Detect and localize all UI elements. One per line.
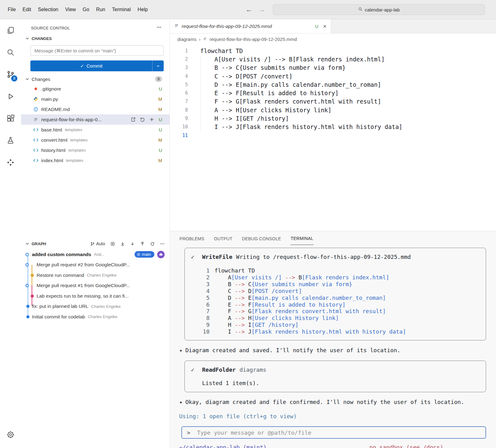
push-icon[interactable]: [140, 242, 145, 246]
more-actions-icon[interactable]: [157, 25, 162, 31]
text-file-icon: [33, 117, 39, 122]
changes-section-header[interactable]: CHANGES: [21, 33, 170, 42]
code-line[interactable]: 5 D --> E[main.py calls calendar.number_…: [170, 80, 496, 89]
code-line[interactable]: 8 A --> H[User clicks History link]: [170, 106, 496, 114]
file-row-request-flow[interactable]: request-flow-for-this-app-0... U: [21, 114, 170, 125]
commit-dropdown-button[interactable]: [153, 64, 164, 68]
code-file-icon: [33, 158, 39, 162]
menu-terminal[interactable]: Terminal: [108, 5, 134, 14]
code-line[interactable]: 6 E --> F[Result is added to history]: [170, 89, 496, 97]
changes-tree-header[interactable]: Changes 8: [21, 71, 170, 84]
tool-argument: diagrams: [239, 366, 266, 374]
commit-row[interactable]: Initial commit for codelab Charles Engel…: [21, 312, 170, 322]
discard-changes-icon[interactable]: [140, 117, 145, 122]
code-line[interactable]: 4 C --> D[POST /convert]: [170, 72, 496, 80]
commit-message: Lab expects run to be missing, so it can…: [37, 293, 129, 299]
menu-help[interactable]: Help: [134, 5, 151, 14]
menu-view[interactable]: View: [62, 5, 79, 14]
file-row-gitignore[interactable]: .gitignore U: [21, 84, 170, 94]
more-actions-icon[interactable]: [160, 242, 165, 246]
tab-debug-console[interactable]: DEBUG CONSOLE: [242, 233, 281, 245]
gemini-diamonds-icon[interactable]: [0, 151, 21, 173]
file-row-readme[interactable]: README.md M: [21, 104, 170, 114]
terminal-code-line: 6 E --> F[Result is added to history]: [202, 301, 480, 308]
tab-terminal[interactable]: TERMINAL: [290, 232, 314, 245]
code-line[interactable]: 1 flowchart TD: [170, 47, 496, 55]
line-text: B --> C{User submits number via form}: [215, 281, 352, 288]
editor-code[interactable]: 1 flowchart TD 2 A[User visits /] --> B[…: [170, 45, 496, 140]
commit-message: Merge pull request #2 from GoogleCloudP.…: [37, 262, 130, 268]
auto-branch-picker[interactable]: Auto: [90, 241, 105, 246]
breadcrumb[interactable]: diagrams › request-flow-for-this-app-09-…: [170, 33, 496, 45]
line-text: E --> F[Result is added to history]: [200, 90, 339, 96]
open-file-icon[interactable]: [131, 117, 136, 122]
fetch-icon[interactable]: [120, 242, 125, 246]
terminal-message-input[interactable]: [197, 429, 480, 436]
code-line[interactable]: 9 H --> I[GET /history]: [170, 114, 496, 122]
cloud-remote-icon[interactable]: [157, 251, 165, 258]
stage-changes-icon[interactable]: [149, 117, 154, 122]
commit-row[interactable]: Lab expects run to be missing, so it can…: [21, 291, 170, 301]
line-text: D --> E[main.py calls calendar.number_to…: [215, 295, 386, 301]
editor-tab[interactable]: request-flow-for-this-app-09-12-2025.mmd…: [170, 19, 331, 33]
line-text: A --> H[User clicks History link]: [200, 107, 331, 113]
menu-run[interactable]: Run: [93, 5, 108, 14]
agent-message-text: Diagram created and saved. I'll notify t…: [185, 346, 401, 354]
line-number: 7: [170, 99, 188, 104]
back-arrow-icon[interactable]: ←: [246, 6, 252, 13]
line-text: C --> D[POST /convert]: [215, 288, 302, 295]
titlebar: File Edit Selection View Go Run Terminal…: [0, 0, 496, 19]
settings-gear-icon[interactable]: [0, 424, 21, 446]
branch-badge-main[interactable]: main: [135, 251, 154, 258]
menu-edit[interactable]: Edit: [19, 5, 35, 14]
commit-button[interactable]: ✓ Commit: [30, 60, 164, 71]
branch-badge-label: main: [142, 252, 151, 257]
explorer-icon[interactable]: [0, 19, 21, 41]
code-line[interactable]: 7 F --> G[Flask renders convert.html wit…: [170, 97, 496, 106]
extensions-icon[interactable]: [0, 107, 21, 129]
commit-row[interactable]: Merge pull request #1 from GoogleCloudP.…: [21, 281, 170, 291]
file-row-main-py[interactable]: main.py M: [21, 94, 170, 104]
chevron-down-icon: [25, 36, 30, 41]
breadcrumb-folder[interactable]: diagrams: [177, 37, 197, 42]
commit-row[interactable]: fix: put in planned lab URL Charles Enge…: [21, 301, 170, 312]
refresh-icon[interactable]: [150, 242, 155, 246]
testing-beaker-icon[interactable]: [0, 129, 21, 151]
tab-output[interactable]: OUTPUT: [214, 233, 232, 245]
commit-message-input[interactable]: [30, 45, 164, 56]
forward-arrow-icon[interactable]: →: [259, 6, 265, 13]
menu-file[interactable]: File: [4, 5, 19, 14]
close-icon[interactable]: ×: [323, 23, 326, 29]
tool-description: Writing to /request-flow-for-this-app-09…: [236, 253, 411, 261]
commit-row[interactable]: Restore run command Charles Engelke: [21, 270, 170, 281]
text-file-icon: [203, 37, 207, 42]
file-row-base-html[interactable]: base.html templates U: [21, 125, 170, 135]
commit-row[interactable]: added custom commands And... main: [21, 249, 170, 260]
menu-go[interactable]: Go: [79, 5, 93, 14]
run-debug-icon[interactable]: [0, 85, 21, 107]
code-line[interactable]: 3 B --> C{User submits number via form}: [170, 64, 496, 72]
file-row-convert-html[interactable]: convert.html templates M: [21, 135, 170, 145]
pull-icon[interactable]: [130, 242, 135, 246]
target-ref-icon[interactable]: [110, 242, 115, 246]
code-line[interactable]: 2 A[User visits /] --> B[Flask renders i…: [170, 55, 496, 63]
file-row-history-html[interactable]: history.html templates U: [21, 145, 170, 155]
search-sidebar-icon[interactable]: [0, 41, 21, 63]
code-line[interactable]: 11: [170, 131, 496, 140]
chevron-down-icon[interactable]: [25, 241, 30, 246]
code-line[interactable]: 10 I --> J[Flask renders history.html wi…: [170, 123, 496, 131]
command-center-search[interactable]: calendar-app-lab: [273, 4, 485, 15]
commit-row[interactable]: Merge pull request #2 from GoogleCloudP.…: [21, 260, 170, 270]
line-text: H --> I[GET /history]: [200, 115, 289, 122]
source-control-icon[interactable]: 8: [0, 63, 21, 85]
terminal-code-line: 7 F --> G[Flask renders convert.html wit…: [202, 308, 480, 315]
menu-selection[interactable]: Selection: [34, 5, 62, 14]
activity-bar: 8: [0, 19, 21, 448]
terminal-content[interactable]: ✓ WriteFile Writing to /request-flow-for…: [170, 246, 496, 448]
terminal-prompt-box[interactable]: >: [181, 426, 486, 439]
file-row-index-html[interactable]: index.html templates M: [21, 155, 170, 166]
breadcrumb-file[interactable]: request-flow-for-this-app-09-12-2025.mmd: [210, 37, 297, 42]
line-text: A[User visits /] --> B[Flask renders ind…: [200, 56, 385, 63]
tab-problems[interactable]: PROBLEMS: [179, 233, 205, 245]
search-icon: [358, 7, 363, 12]
